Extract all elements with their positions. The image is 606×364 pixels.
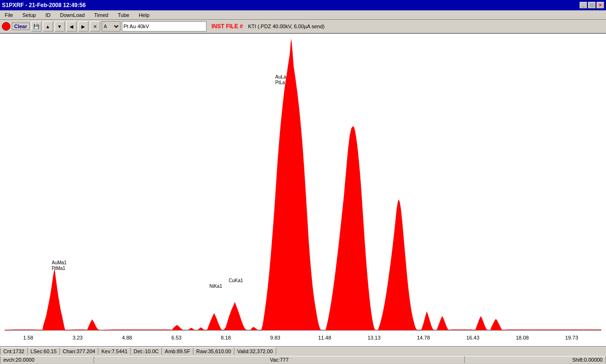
vac-status: Vac:777 <box>94 356 465 363</box>
title-bar: S1PXRF - 21-Feb-2008 12:49:56 _ □ ✕ <box>0 0 606 10</box>
svg-text:14.78: 14.78 <box>417 335 430 340</box>
svg-text:6.53: 6.53 <box>171 335 181 340</box>
svg-marker-30 <box>326 126 376 330</box>
svg-marker-34 <box>475 316 488 330</box>
mode-dropdown[interactable]: A <box>102 21 120 32</box>
menu-file[interactable]: File <box>2 12 16 18</box>
svg-text:AuMa1: AuMa1 <box>52 260 67 265</box>
inst-file-label: INST FILE # <box>212 23 243 30</box>
menu-help[interactable]: Help <box>136 12 152 18</box>
svg-marker-15 <box>42 268 66 330</box>
zoom-icon[interactable]: ✕ <box>90 21 100 32</box>
status-row-1: Cnt:1732 LSec:60.15 Chan:377.204 Kev:7.5… <box>0 347 606 355</box>
clear-button[interactable]: Clear <box>12 23 30 30</box>
svg-text:4.88: 4.88 <box>122 335 132 340</box>
svg-marker-19 <box>198 327 205 330</box>
svg-text:NiKa1: NiKa1 <box>209 284 223 289</box>
window-controls: _ □ ✕ <box>580 2 604 8</box>
chan-status: Chan:377.204 <box>60 348 98 355</box>
svg-text:PtMa1: PtMa1 <box>52 266 65 271</box>
svg-text:11.48: 11.48 <box>318 335 331 340</box>
minimize-button[interactable]: _ <box>580 2 587 8</box>
det-status: Det:-10.0C <box>131 348 162 355</box>
svg-marker-33 <box>437 316 449 330</box>
svg-marker-31 <box>378 199 417 330</box>
menu-bar: File Setup ID DownLoad Timed Tube Help <box>0 10 606 20</box>
toolbar: Clear 💾 ▲ ▼ ◀ ▶ ✕ A INST FILE # KTI (.PD… <box>0 20 606 34</box>
menu-timed[interactable]: Timed <box>91 12 111 18</box>
svg-text:3.23: 3.23 <box>72 335 82 340</box>
evch-status: evch:20.0000 <box>0 356 94 363</box>
svg-marker-24 <box>250 327 259 330</box>
left-arrow-icon[interactable]: ◀ <box>66 21 77 32</box>
menu-tube[interactable]: Tube <box>115 12 132 18</box>
svg-marker-18 <box>188 328 195 330</box>
svg-text:8.18: 8.18 <box>221 335 231 340</box>
svg-marker-29 <box>261 39 321 330</box>
svg-text:19.73: 19.73 <box>565 335 578 340</box>
menu-id[interactable]: ID <box>42 12 53 18</box>
close-button[interactable]: ✕ <box>597 2 604 8</box>
svg-text:13.13: 13.13 <box>367 335 381 340</box>
save-icon[interactable]: 💾 <box>31 21 41 32</box>
inst-info-text: KTI (.PDZ 40.00kV, 6.00µA send) <box>248 24 324 29</box>
status-row-2: evch:20.0000 Vac:777 Shift:0.00000 <box>0 355 606 364</box>
svg-text:9.83: 9.83 <box>270 335 280 340</box>
spectrum-chart: 1.58 3.23 4.88 6.53 8.18 9.83 11.48 13.1… <box>0 34 606 346</box>
svg-text:1.58: 1.58 <box>23 335 33 340</box>
svg-marker-32 <box>421 311 434 330</box>
status-bar: Cnt:1732 LSec:60.15 Chan:377.204 Kev:7.5… <box>0 346 606 364</box>
amb-status: Amb:89.5F <box>162 348 193 355</box>
svg-marker-17 <box>172 325 184 330</box>
menu-download[interactable]: DownLoad <box>57 12 88 18</box>
svg-text:16.43: 16.43 <box>466 335 479 340</box>
maximize-button[interactable]: □ <box>588 2 596 8</box>
valid-status: Valid:32,372.00 <box>234 348 276 355</box>
scan-name-input[interactable] <box>122 21 207 32</box>
raw-status: Raw:35,610.00 <box>193 348 234 355</box>
cnt-status: Cnt:1732 <box>0 348 28 355</box>
lsec-status: LSec:60.15 <box>28 348 60 355</box>
down-arrow-icon[interactable]: ▼ <box>55 21 65 32</box>
svg-marker-21 <box>207 313 223 330</box>
svg-marker-26 <box>225 302 246 330</box>
svg-text:CuKa1: CuKa1 <box>229 278 243 283</box>
svg-marker-16 <box>87 319 100 330</box>
status-indicator <box>2 22 10 31</box>
right-arrow-icon[interactable]: ▶ <box>78 21 88 32</box>
svg-marker-35 <box>490 319 503 330</box>
chart-area: 1.58 3.23 4.88 6.53 8.18 9.83 11.48 13.1… <box>0 34 606 346</box>
up-arrow-icon[interactable]: ▲ <box>43 21 53 32</box>
title-text: S1PXRF - 21-Feb-2008 12:49:56 <box>2 2 86 8</box>
shift-status: Shift:0.00000 <box>465 356 606 363</box>
svg-text:18.08: 18.08 <box>516 335 529 340</box>
menu-setup[interactable]: Setup <box>20 12 39 18</box>
kev-status: Kev:7.5441 <box>98 348 131 355</box>
